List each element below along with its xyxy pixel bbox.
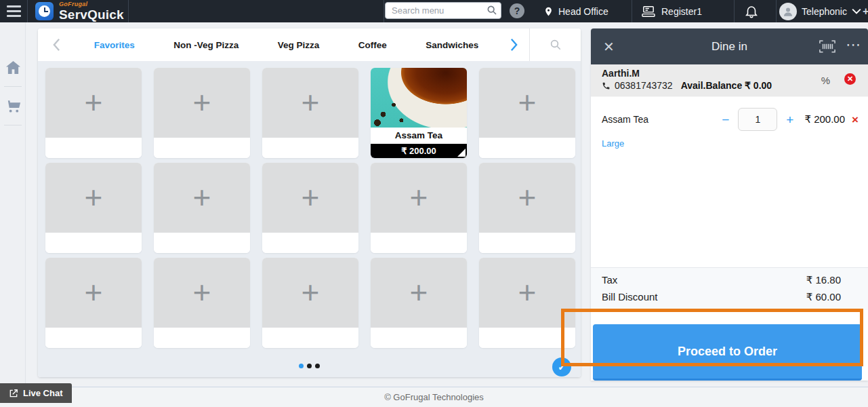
close-icon[interactable]: ✕ [603,40,615,54]
product-tile-placeholder[interactable]: + [371,163,467,253]
grid-pagination [38,355,581,377]
order-panel-header: ✕ Dine in ⋯ [591,28,868,64]
bill-discount-label: Bill Discount [602,288,658,305]
quantity-decrease-button[interactable]: − [722,113,729,126]
tabs-scroll-right-button[interactable] [498,38,529,52]
pagination-dot[interactable] [315,364,320,368]
register-selector[interactable]: Register1 [641,0,702,22]
product-tile-placeholder[interactable]: + [45,258,142,348]
app-logo[interactable]: GoFrugal ServQuick [35,1,124,21]
add-item-icon: + [193,185,211,210]
add-item-icon: + [193,90,211,115]
product-tile-name: Assam Tea [371,128,467,144]
tabs-scroll-left-button[interactable] [38,38,75,52]
topbar-divider [384,0,384,22]
product-tile-placeholder[interactable]: + [262,68,358,158]
brand-name: GoFrugal [59,1,124,7]
store-selector[interactable]: Head Office [543,0,608,22]
live-chat-label: Live Chat [23,388,63,398]
help-icon[interactable]: ? [510,3,524,18]
cart-item-row: Assam Tea − + ₹ 200.00 × [591,97,868,131]
order-panel: ✕ Dine in ⋯ Aarthi.M 06381743732 Avail.B… [591,28,868,381]
copyright-text: © GoFrugal Technologies [384,392,484,402]
tab-sandwiches[interactable]: Sandwiches [426,40,478,50]
check-icon: ✓ [558,362,566,372]
notifications-bell-icon[interactable] [744,3,759,19]
pagination-dot[interactable] [299,364,304,368]
catalog-panel: Favorites Non -Veg Pizza Veg Pizza Coffe… [38,28,581,377]
customer-phone: 06381743732 [615,80,673,91]
add-item-icon: + [85,280,103,305]
topbar-divider [27,0,28,22]
customer-strip: Aarthi.M 06381743732 Avail.Balance ₹ 0.0… [591,64,868,97]
add-item-icon: + [410,185,428,210]
discount-percent-icon[interactable]: % [821,75,830,86]
store-label: Head Office [558,6,608,17]
sidebar-divider [4,86,22,87]
product-tile-placeholder[interactable]: + [479,163,575,253]
scroll-fab-button[interactable]: ✓ [552,357,571,376]
register-label: Register1 [661,6,702,17]
item-variant-link[interactable]: Large [591,131,868,149]
live-chat-button[interactable]: Live Chat [0,383,72,403]
product-tile-placeholder[interactable]: + [154,163,250,253]
product-tile-placeholder[interactable]: + [262,163,358,253]
tab-coffee[interactable]: Coffee [358,40,387,50]
cart-items: Assam Tea − + ₹ 200.00 × Large [591,97,868,267]
location-pin-icon [543,5,554,18]
hamburger-menu-icon[interactable] [0,0,27,22]
servquick-logo-icon [35,2,54,20]
add-item-icon: + [302,280,320,305]
add-item-icon: + [518,90,537,115]
add-item-icon: + [85,90,103,115]
user-menu[interactable]: Telephonic [779,0,861,22]
sidebar-divider [4,125,22,125]
sidebar-item-home[interactable] [0,52,26,82]
topbar-divider [632,0,632,22]
remove-item-icon[interactable]: × [852,114,859,125]
barcode-scan-icon[interactable] [819,40,835,53]
search-input[interactable] [385,2,501,19]
topbar-divider [776,0,777,22]
tile-corner-triangle [457,149,466,157]
home-icon [5,60,21,75]
pagination-dot[interactable] [307,364,312,368]
quantity-input[interactable] [738,108,777,131]
tab-favorites[interactable]: Favorites [94,40,135,50]
add-item-icon: + [518,280,537,305]
add-item-icon: + [410,280,428,305]
footer: © GoFrugal Technologies [0,387,868,407]
product-tile-placeholder[interactable]: + [154,68,250,158]
remove-customer-icon[interactable]: ✕ [844,73,856,85]
product-tile-price: ₹ 200.00 [371,144,467,158]
search-icon [550,39,562,51]
product-tile-placeholder[interactable]: + [479,68,575,158]
product-tile-placeholder[interactable]: + [45,163,142,253]
add-item-icon: + [302,90,320,115]
assam-tea-image [371,68,467,128]
tab-veg-pizza[interactable]: Veg Pizza [278,40,320,50]
product-tile-placeholder[interactable]: + [154,258,250,348]
product-tile-assam-tea[interactable]: Assam Tea ₹ 200.00 [371,68,467,158]
sidebar-item-sales[interactable] [0,91,26,121]
topbar-divider [128,0,129,22]
more-options-icon[interactable]: ⋯ [846,36,861,54]
register-icon [641,5,656,18]
topbar: GoFrugal ServQuick ? Head Office Registe… [0,0,868,22]
cart-item-name: Assam Tea [602,114,722,125]
quantity-increase-button[interactable]: + [786,113,793,126]
tab-non-veg-pizza[interactable]: Non -Veg Pizza [173,40,239,50]
cart-item-price: ₹ 200.00 [804,113,845,125]
product-tile-placeholder[interactable]: + [479,258,575,348]
customer-balance: Avail.Balance ₹ 0.00 [681,80,772,91]
add-item-icon: + [193,280,211,305]
summary-row-bill-discount: Bill Discount ₹ 60.00 [602,288,841,305]
summary-row-tax: Tax ₹ 16.80 [602,271,841,288]
product-tile-placeholder[interactable]: + [262,258,358,348]
product-tile-placeholder[interactable]: + [45,68,142,158]
item-search-button[interactable] [529,28,581,61]
proceed-to-order-button[interactable]: Proceed to Order [593,324,862,381]
product-tile-placeholder[interactable]: + [371,258,467,348]
phone-icon [602,81,611,90]
search-icon[interactable] [487,5,497,16]
